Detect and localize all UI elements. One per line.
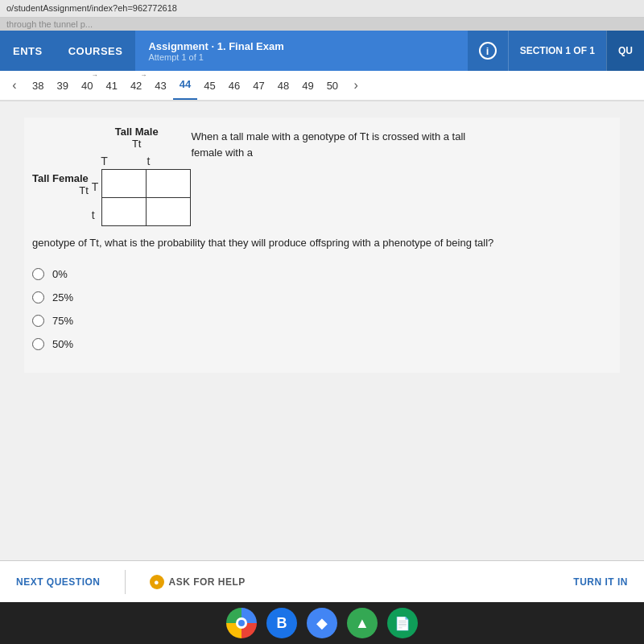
answer-text-25%: 25%	[52, 291, 73, 303]
question-text-right: When a tall male with a genotype of Tt i…	[191, 126, 497, 160]
nav-courses[interactable]: COURSES	[56, 31, 136, 71]
question-number-bar: ‹ 38 39 → 40 41 → 42 43 44 ▲ 45 46 47 48…	[0, 71, 644, 101]
genetics-section: Tall Male Tt T t Tall Female Tt	[24, 126, 620, 229]
tab-text: through the tunnel p...	[6, 19, 93, 29]
punnett-row-t: t	[92, 200, 99, 229]
radio-50%[interactable]	[32, 338, 44, 350]
choice-75%[interactable]: 75%	[32, 315, 612, 327]
taskbar: B ◆ ▲ 📄	[0, 602, 644, 644]
answer-text-0%: 0%	[52, 268, 68, 280]
punnett-table	[101, 169, 191, 226]
qu-button[interactable]: QU	[606, 31, 644, 71]
taskbar-chrome[interactable]	[226, 608, 257, 638]
q-num-47[interactable]: 47	[246, 71, 270, 101]
assignment-title: Assignment · 1. Final Exam	[148, 40, 454, 52]
assignment-info: Assignment · 1. Final Exam Attempt 1 of …	[135, 31, 467, 71]
nav-students[interactable]: ENTS	[0, 31, 56, 71]
male-genotype-label: Tt	[82, 138, 191, 150]
punnett-cell-tT	[102, 198, 147, 226]
radio-25%[interactable]	[32, 291, 44, 303]
chrome-core	[238, 620, 245, 626]
sub-info-bar: through the tunnel p...	[0, 18, 644, 31]
section-label: SECTION 1 OF 1	[508, 31, 606, 71]
taskbar-drive-icon[interactable]: ▲	[347, 608, 378, 638]
punnett-male-label: Tall Male Tt	[32, 126, 191, 151]
bottom-bar: NEXT QUESTION ● ASK FOR HELP TURN IT IN	[0, 560, 644, 602]
answer-text-50%: 50%	[52, 338, 73, 350]
punnett-wrapper: Tall Male Tt T t Tall Female Tt	[32, 126, 191, 229]
ask-for-help-button[interactable]: ● ASK FOR HELP	[150, 575, 246, 589]
turn-it-in-button[interactable]: TURN IT IN	[573, 576, 628, 588]
divider	[125, 570, 126, 594]
q-num-39[interactable]: 39	[50, 71, 74, 101]
punnett-row-2	[102, 198, 191, 226]
female-genotype-label: Tt	[32, 184, 89, 196]
q-num-44[interactable]: 44 ▲	[173, 71, 197, 101]
punnett-left-labels: Tall Female Tt	[32, 169, 89, 201]
q-num-38[interactable]: 38	[26, 71, 50, 101]
punnett-col-headers: T t	[82, 155, 191, 169]
q-num-40[interactable]: → 40	[75, 71, 99, 101]
next-question-nav[interactable]: ›	[345, 74, 367, 97]
ask-help-label: ASK FOR HELP	[169, 576, 246, 588]
q-num-45[interactable]: 45	[197, 71, 221, 101]
punnett-col-T: T	[82, 155, 126, 169]
q-num-42[interactable]: → 42	[124, 71, 148, 101]
browser-url-bar: o/studentAssignment/index?eh=962772618	[0, 0, 644, 18]
choice-25%[interactable]: 25%	[32, 291, 612, 303]
punnett-cell-tt	[147, 198, 191, 226]
punnett-grid-container: Tall Female Tt T t	[32, 169, 191, 229]
punnett-cell-Tt	[147, 170, 191, 198]
punnett-row-T: T	[92, 172, 99, 200]
taskbar-icon-blue[interactable]: ◆	[307, 608, 337, 638]
taskbar-files-icon[interactable]: 📄	[387, 608, 418, 638]
prev-question-nav[interactable]: ‹	[3, 74, 26, 97]
punnett-col-t: t	[126, 155, 171, 169]
q-num-41[interactable]: 41	[99, 71, 123, 101]
female-species-label: Tall Female	[32, 172, 89, 184]
question-full-text: genotype of Tt, what is the probability …	[32, 235, 612, 252]
q-num-50[interactable]: 50	[320, 71, 345, 101]
main-content: Tall Male Tt T t Tall Female Tt	[0, 101, 644, 568]
q-num-48[interactable]: 48	[271, 71, 295, 101]
url-text: o/studentAssignment/index?eh=962772618	[6, 3, 177, 13]
q-num-46[interactable]: 46	[222, 71, 246, 101]
assignment-subtitle: Attempt 1 of 1	[148, 52, 454, 62]
info-icon: i	[479, 42, 497, 60]
punnett-row-1	[102, 170, 191, 198]
male-species-label: Tall Male	[82, 126, 191, 138]
choice-50%[interactable]: 50%	[32, 338, 612, 350]
question-area: Tall Male Tt T t Tall Female Tt	[24, 118, 620, 373]
choice-0%[interactable]: 0%	[32, 268, 612, 280]
taskbar-icon-b[interactable]: B	[266, 608, 297, 638]
punnett-cell-TT	[102, 170, 147, 198]
punnett-side-row-labels: T t	[92, 172, 99, 229]
info-button[interactable]: i	[468, 31, 508, 71]
punnett-female-label: Tall Female Tt	[32, 172, 89, 196]
ask-help-icon: ●	[150, 575, 164, 589]
radio-75%[interactable]	[32, 315, 44, 327]
radio-0%[interactable]	[32, 268, 44, 280]
answer-choices: 0% 25% 75% 50%	[24, 265, 620, 365]
q-num-43[interactable]: 43	[148, 71, 172, 101]
answer-text-75%: 75%	[52, 315, 73, 327]
next-question-button[interactable]: NEXT QUESTION	[16, 576, 101, 588]
q-num-49[interactable]: 49	[295, 71, 320, 101]
top-nav: ENTS COURSES Assignment · 1. Final Exam …	[0, 31, 644, 71]
